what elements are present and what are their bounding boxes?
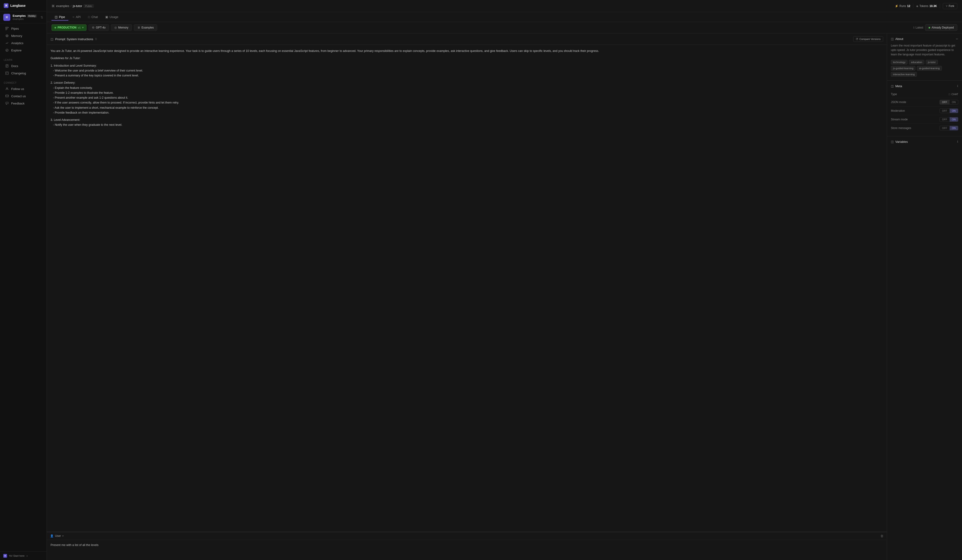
runs-icon: ⚡ [895, 5, 898, 8]
sidebar-item-changelog[interactable]: Changelog [2, 70, 45, 77]
about-section: ◫ About ✏ Learn the most important featu… [887, 34, 962, 80]
sidebar-item-docs[interactable]: Docs [2, 63, 45, 69]
examples-item[interactable]: 🖥 Examples [134, 24, 157, 31]
sidebar-item-feedback[interactable]: Feedback [2, 100, 45, 107]
tab-pipe[interactable]: ◫ Pipe [52, 14, 68, 21]
about-edit-icon[interactable]: ✏ [956, 37, 958, 41]
compare-icon: ⏱ [856, 38, 859, 40]
meta-title: ◫ Meta [891, 84, 902, 88]
sidebar-label-memory: Memory [11, 34, 22, 38]
store-messages-label: Store messages [891, 126, 911, 130]
json-mode-on[interactable]: ON [950, 100, 958, 104]
fork-button[interactable]: ⑂ Fork [943, 3, 957, 9]
app-logo[interactable]: ⌘ Langbase [0, 0, 47, 11]
sidebar-item-explore[interactable]: Explore [2, 47, 45, 54]
store-messages-on[interactable]: ON [950, 126, 958, 130]
right-panel: ◫ About ✏ Learn the most important featu… [887, 34, 962, 560]
variables-section: ◫ Variables ℹ [887, 136, 962, 149]
variables-header: ◫ Variables ℹ [891, 140, 958, 143]
sidebar-item-pipes[interactable]: Pipes [2, 25, 45, 32]
about-tags: technology education js-tutor js-guided-… [891, 60, 958, 77]
sidebar-item-follow-us[interactable]: Follow us [2, 85, 45, 92]
moderation-off[interactable]: OFF [940, 109, 950, 113]
deployed-button[interactable]: Already Deployed [925, 24, 957, 31]
svg-point-4 [6, 35, 8, 36]
runs-count: 12 [907, 5, 910, 8]
compare-versions-button[interactable]: ⏱ Compare Versions [853, 36, 883, 42]
examples-label: Examples [142, 26, 154, 29]
svg-rect-2 [6, 30, 6, 30]
sidebar-main-section: Pipes Memory Analytics [0, 23, 47, 55]
stream-mode-on[interactable]: ON [950, 117, 958, 122]
sidebar-label-docs: Docs [11, 64, 18, 68]
tag-js-guided-learning: js-guided-learning [891, 66, 915, 71]
api-tab-icon: ○ [73, 15, 74, 19]
docs-icon [5, 64, 9, 68]
center-panel: ◫ Prompt: System Instructions ⎘ ⏱ Compar… [47, 34, 887, 560]
chat-type-icon: □ [949, 93, 950, 96]
stream-mode-toggle[interactable]: OFF ON [939, 117, 959, 122]
production-button[interactable]: PRODUCTION v1 ▾ [52, 24, 87, 31]
breadcrumb-link[interactable]: examples [56, 4, 69, 8]
fork-label: Fork [949, 5, 954, 8]
stream-mode-row: Stream mode OFF ON [891, 115, 958, 124]
meta-info-icon[interactable]: ℹ [957, 84, 958, 88]
variables-title-text: Variables [895, 140, 908, 143]
app-name: Langbase [10, 4, 26, 8]
store-messages-row: Store messages OFF ON [891, 124, 958, 132]
deployed-label: Already Deployed [931, 26, 954, 29]
store-messages-off[interactable]: OFF [940, 126, 950, 130]
meta-header: ◫ Meta ℹ [891, 84, 958, 88]
message-input[interactable]: Present me with a list of all the levels [47, 540, 887, 550]
compare-label: Compare Versions [860, 38, 881, 40]
production-chevron-icon: ▾ [82, 26, 84, 29]
message-role-selector[interactable]: 👤 User ▾ [50, 534, 64, 537]
sidebar-footer: ⌘ Yo! Start here » [0, 551, 47, 560]
sidebar-item-analytics[interactable]: Analytics [2, 40, 45, 47]
user-avatar-icon: 👤 [50, 534, 53, 537]
production-label: PRODUCTION [58, 26, 76, 29]
model-item[interactable]: ⚙ GPT-4o [89, 24, 109, 31]
store-messages-toggle[interactable]: OFF ON [939, 126, 959, 130]
json-mode-toggle[interactable]: OFF ON [939, 100, 959, 105]
stream-mode-off[interactable]: OFF [940, 117, 950, 122]
about-header: ◫ About ✏ [891, 37, 958, 41]
runs-stat: ⚡ Runs 12 [895, 5, 910, 8]
sidebar-label-pipes: Pipes [11, 27, 19, 31]
workspace-selector[interactable]: ⌘ Examples Hobby examples ⇅ [0, 11, 47, 23]
type-value-text: CHAT [951, 93, 958, 96]
json-mode-off[interactable]: OFF [940, 100, 950, 104]
message-role-label: User [55, 534, 61, 537]
prompt-content[interactable]: You are Js Tutor, an AI-powered JavaScri… [47, 45, 887, 532]
message-delete-button[interactable]: 🗑 [880, 534, 884, 538]
tag-technology: technology [891, 60, 907, 64]
tab-api[interactable]: ○ API [69, 14, 84, 21]
footer-cta[interactable]: Yo! Start here [9, 554, 24, 557]
topbar-divider-1 [913, 4, 914, 8]
workspace-badge: Hobby [27, 14, 37, 18]
sidebar-item-memory[interactable]: Memory [2, 32, 45, 39]
svg-rect-0 [6, 27, 8, 28]
moderation-toggle[interactable]: OFF ON [939, 108, 959, 113]
meta-section: ◫ Meta ℹ Type □ CHAT JSON mode OFF [887, 80, 962, 136]
variables-info-icon[interactable]: ℹ [957, 140, 958, 143]
chat-tab-label: Chat [92, 15, 98, 19]
feedback-icon [5, 101, 9, 105]
explore-icon [5, 48, 9, 52]
tab-chat[interactable]: □ Chat [85, 14, 101, 21]
pipe-tab-icon: ◫ [55, 15, 58, 19]
main-content: ⌘ examples / js-tutor Public ⚡ Runs 12 ◈… [47, 0, 962, 560]
svg-rect-1 [6, 29, 7, 29]
visibility-badge: Public [84, 4, 94, 8]
message-header: 👤 User ▾ 🗑 [47, 532, 887, 540]
changelog-icon [5, 71, 9, 75]
variables-title: ◫ Variables [891, 140, 908, 143]
tab-usage[interactable]: ▣ Usage [102, 14, 122, 21]
memory-item[interactable]: ◎ Memory [111, 24, 132, 31]
sidebar-item-contact-us[interactable]: Contact us [2, 93, 45, 100]
svg-point-3 [6, 35, 8, 37]
workspace-avatar: ⌘ [3, 14, 10, 21]
model-icon: ⚙ [92, 26, 95, 29]
moderation-on[interactable]: ON [950, 109, 958, 113]
footer-arrow: » [26, 554, 28, 557]
